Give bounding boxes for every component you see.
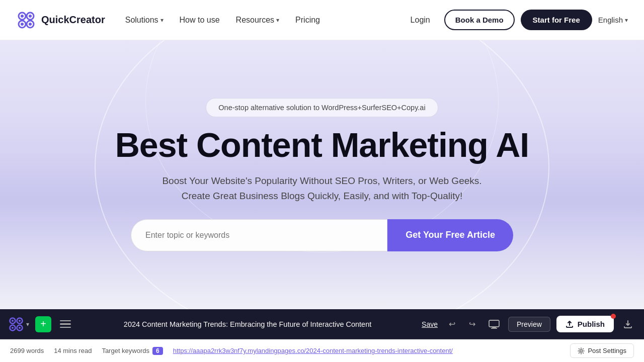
target-keywords-label: Target keywords 6 [102, 347, 163, 355]
nav-pricing[interactable]: Pricing [295, 16, 320, 25]
svg-rect-16 [489, 320, 499, 327]
menu-line-1 [60, 320, 71, 322]
login-button[interactable]: Login [403, 12, 438, 29]
toolbar-add-button[interactable]: + [35, 316, 51, 332]
svg-point-7 [29, 23, 32, 26]
svg-point-12 [12, 320, 14, 322]
svg-point-15 [19, 327, 21, 329]
svg-point-14 [12, 327, 14, 329]
logo-text: QuickCreator [41, 14, 105, 26]
device-icon [489, 320, 500, 329]
toolbar: ▾ + 2024 Content Marketing Trends: Embra… [0, 309, 644, 362]
hero-title: Best Content Marketing AI [115, 127, 529, 163]
svg-point-5 [29, 15, 32, 18]
logo-icon [16, 10, 36, 30]
resources-chevron-icon: ▾ [276, 17, 279, 24]
solutions-chevron-icon: ▾ [160, 17, 164, 24]
word-count: 2699 words [10, 347, 44, 354]
menu-line-3 [60, 327, 71, 328]
svg-point-4 [21, 15, 24, 18]
publish-upload-icon [566, 320, 574, 328]
nav-solutions[interactable]: Solutions ▾ [125, 16, 164, 25]
toolbar-undo-redo: ↩ ↪ [444, 316, 480, 332]
toolbar-device-button[interactable] [486, 316, 502, 332]
toolbar-bottom: 2699 words 14 mins read Target keywords … [0, 339, 644, 362]
start-free-button[interactable]: Start for Free [521, 10, 592, 30]
toolbar-redo-button[interactable]: ↪ [464, 316, 480, 332]
get-free-article-button[interactable]: Get Your Free Article [387, 219, 513, 251]
toolbar-logo-button[interactable]: ▾ [8, 316, 29, 332]
nav-resources[interactable]: Resources ▾ [236, 16, 279, 25]
hero-inner: One-stop alternative solution to WordPre… [95, 98, 549, 251]
post-settings-button[interactable]: Post Settings [570, 343, 634, 358]
toolbar-undo-button[interactable]: ↩ [444, 316, 460, 332]
add-icon: + [40, 318, 46, 330]
language-selector[interactable]: English ▾ [598, 16, 628, 24]
logo-area[interactable]: QuickCreator [16, 10, 105, 30]
toolbar-save-button[interactable]: Save [422, 320, 438, 328]
svg-point-13 [19, 320, 21, 322]
download-icon [623, 320, 632, 329]
toolbar-download-button[interactable] [620, 316, 636, 332]
toolbar-logo-chevron-icon: ▾ [26, 321, 29, 328]
toolbar-title: 2024 Content Marketing Trends: Embracing… [79, 320, 416, 328]
publish-notification-dot [611, 314, 616, 319]
article-url-link[interactable]: https://aaapa2rrk3w3nf7y.mylandingpages.… [173, 347, 560, 354]
toolbar-publish-button[interactable]: Publish [556, 316, 614, 332]
toolbar-top: ▾ + 2024 Content Marketing Trends: Embra… [0, 309, 644, 339]
hero-cta: Get Your Free Article [131, 219, 513, 251]
navbar: QuickCreator Solutions ▾ How to use Reso… [0, 0, 644, 40]
hero-section: One-stop alternative solution to WordPre… [0, 40, 644, 309]
keywords-count-badge[interactable]: 6 [152, 347, 163, 355]
read-time: 14 mins read [54, 347, 92, 354]
nav-how-to-use[interactable]: How to use [180, 16, 220, 25]
language-chevron-icon: ▾ [625, 17, 628, 24]
redo-icon: ↪ [469, 319, 475, 329]
navbar-left: QuickCreator Solutions ▾ How to use Reso… [16, 10, 320, 30]
hero-badge: One-stop alternative solution to WordPre… [206, 98, 438, 117]
toolbar-logo-icon [8, 316, 24, 332]
toolbar-preview-button[interactable]: Preview [508, 317, 550, 332]
undo-icon: ↩ [449, 319, 455, 329]
topic-keywords-input[interactable] [131, 219, 387, 251]
svg-point-19 [580, 349, 583, 352]
hero-subtitle: Boost Your Website's Popularity Without … [162, 173, 481, 204]
navbar-right: Login Book a Demo Start for Free English… [403, 10, 628, 30]
book-demo-button[interactable]: Book a Demo [444, 10, 515, 30]
menu-line-2 [60, 323, 71, 325]
nav-links: Solutions ▾ How to use Resources ▾ Prici… [125, 16, 320, 25]
toolbar-menu-button[interactable] [57, 316, 73, 332]
svg-point-6 [21, 23, 24, 26]
post-settings-icon [578, 347, 585, 354]
